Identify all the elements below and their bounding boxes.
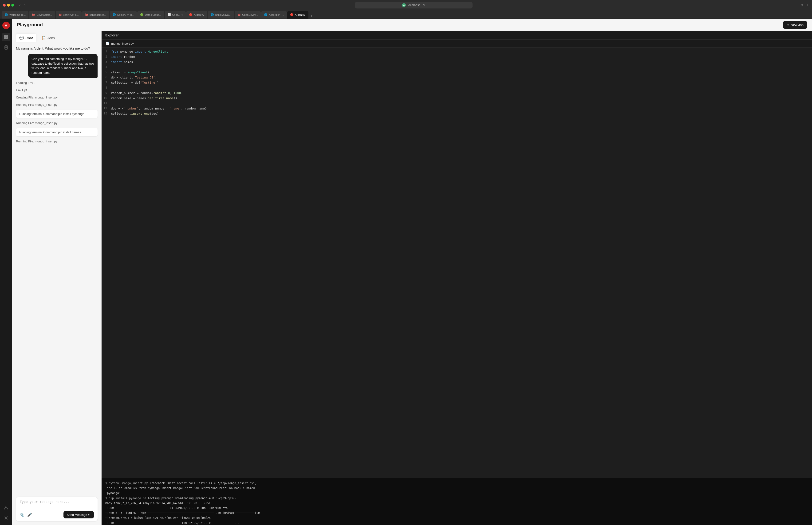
- jobs-icon: 📋: [41, 36, 46, 40]
- tab-label: ChatGPT: [172, 13, 183, 16]
- line-number: 6: [102, 75, 111, 79]
- forward-button[interactable]: ›: [23, 3, 27, 8]
- microphone-button[interactable]: 🎤: [27, 512, 32, 517]
- status-creating-file: Creating File: mongo_insert.py: [16, 95, 98, 100]
- browser-chrome: ‹ › A localhost ↻ ⬆ ＋: [0, 0, 812, 10]
- line-number: 2: [102, 55, 111, 58]
- terminal-line-1: $ python3 mongo_insert.py Traceback (mos…: [105, 481, 808, 485]
- tab-opendevin[interactable]: 🐙 OpenDevin/...: [235, 11, 261, 18]
- code-line-3: 3 import names: [102, 60, 812, 65]
- tab-label: OpenDevin/...: [242, 13, 258, 16]
- code-line-12: 12 doc = {'number': random_number, 'name…: [102, 106, 812, 111]
- traffic-lights: [3, 4, 14, 6]
- tab-accordion[interactable]: 🌐 Accordion -...: [261, 11, 287, 18]
- tab-welcome[interactable]: 🌐 Welcome To...: [2, 11, 28, 18]
- explorer-title: Explorer: [105, 33, 119, 37]
- tab-label: Welcome To...: [10, 13, 26, 16]
- line-code: [111, 101, 113, 106]
- svg-rect-0: [4, 35, 6, 37]
- body-layout: 💬 Chat 📋 Jobs My name is Ardent. What wo…: [12, 31, 812, 525]
- attach-button[interactable]: 📎: [20, 512, 25, 517]
- line-code: collection = db['Testing']: [111, 80, 159, 85]
- tab-label: Accordion -...: [269, 13, 284, 16]
- code-line-11: 11: [102, 101, 812, 106]
- sidebar-item-settings[interactable]: [2, 514, 10, 522]
- editor-panel: Explorer 📄 mongo_insert.py 1 from pymong…: [102, 31, 812, 525]
- tab-favicon-carlini: 🐙: [59, 13, 62, 16]
- terminal-line-2: line 1, in <module> from pymongo import …: [105, 486, 808, 491]
- line-number: 8: [102, 86, 111, 89]
- file-name: mongo_insert.py: [111, 42, 134, 45]
- terminal-line-6: ━[90m━━━━━━━━━━━━━━━━━━━━━━━━━━━━━━━━[0m…: [105, 506, 808, 510]
- jobs-tab-label: Jobs: [47, 36, 55, 40]
- refresh-button[interactable]: ↻: [423, 3, 425, 7]
- sidebar-item-playground[interactable]: [2, 33, 10, 41]
- code-line-5: 5 client = MongoClient(: [102, 70, 812, 75]
- terminal[interactable]: $ python3 mongo_insert.py Traceback (mos…: [102, 478, 812, 525]
- sidebar-item-documents[interactable]: [2, 43, 10, 52]
- terminal-line-8: ━[32m450.6/921.5 kB[0m [31m13.9 MB/s[0m …: [105, 516, 808, 520]
- chat-input-area: 📎 🎤 Send Message ↵: [16, 497, 98, 521]
- close-window-button[interactable]: [3, 4, 6, 6]
- tab-data[interactable]: 🟢 Data | Cloud...: [137, 11, 164, 18]
- terminal-line-9: ━[91m━━━━━━━━━━━━━━━━━━━━━━━━━━━━━━━━━━━…: [105, 521, 808, 525]
- tab-label: Ardent AI: [295, 13, 305, 16]
- tab-ardent2[interactable]: 🔴 Ardent AI: [287, 11, 308, 18]
- code-line-7: 7 collection = db['Testing']: [102, 80, 812, 86]
- code-line-2: 2 import random: [102, 55, 812, 60]
- main-content: Playground ⊕ New Job 💬 Chat 📋 Jobs: [12, 19, 812, 525]
- send-message-button[interactable]: Send Message ↵: [63, 511, 94, 519]
- tab-label: DevMasters...: [36, 13, 53, 16]
- line-number: 7: [102, 80, 111, 84]
- line-code: doc = {'number': random_number, 'name': …: [111, 106, 207, 111]
- tab-chatgpt[interactable]: ⬜ ChatGPT: [165, 11, 186, 18]
- line-number: 5: [102, 70, 111, 74]
- svg-rect-3: [6, 38, 8, 39]
- app-sidebar: A: [0, 19, 12, 525]
- app: A: [0, 19, 812, 525]
- chat-icon: 💬: [19, 36, 24, 40]
- back-button[interactable]: ‹: [18, 3, 22, 8]
- fullscreen-window-button[interactable]: [11, 4, 14, 6]
- tab-santiago[interactable]: 🐙 santiagomed...: [82, 11, 109, 18]
- tab-favicon-ardent1: 🔴: [189, 13, 192, 16]
- line-number: 12: [102, 106, 111, 110]
- tab-ardent1[interactable]: 🔴 Ardent AI: [186, 11, 207, 18]
- address-bar[interactable]: A localhost ↻: [355, 2, 473, 9]
- explorer-content[interactable]: 📄 mongo_insert.py: [102, 40, 812, 47]
- tab-label: santiagomed...: [90, 13, 106, 16]
- sidebar-item-account[interactable]: [2, 504, 10, 512]
- chat-input[interactable]: [20, 500, 94, 508]
- svg-point-9: [5, 517, 7, 519]
- minimize-window-button[interactable]: [7, 4, 10, 6]
- tab-chat[interactable]: 💬 Chat: [16, 34, 36, 42]
- code-editor[interactable]: 1 from pymongo import MongoClient 2 impo…: [102, 47, 812, 478]
- new-tab-button[interactable]: ＋: [806, 3, 809, 7]
- terminal-line-3: 'pymongo': [105, 491, 808, 495]
- new-job-button[interactable]: ⊕ New Job: [783, 21, 807, 29]
- tab-carlini[interactable]: 🐙 carlini/yet-a...: [56, 11, 82, 18]
- tab-spider[interactable]: 🌐 Spider2-V: H...: [110, 11, 137, 18]
- line-code: [111, 86, 113, 90]
- share-button[interactable]: ⬆: [800, 3, 803, 7]
- tab-naval[interactable]: 🌐 https://naval...: [208, 11, 234, 18]
- tab-label: https://naval...: [215, 13, 231, 16]
- code-line-9: 9 random_number = random.randint(0, 1000…: [102, 91, 812, 96]
- tab-devmasters[interactable]: 🐙 DevMasters...: [29, 11, 55, 18]
- terminal-line-4: $ pip install pymongo Collecting pymongo…: [105, 496, 808, 500]
- tab-jobs[interactable]: 📋 Jobs: [38, 34, 58, 42]
- file-icon: 📄: [105, 42, 109, 45]
- code-line-13: 13 collection.insert_one(doc): [102, 111, 812, 117]
- tab-label: carlini/yet-a...: [63, 13, 78, 16]
- tab-bar: 🌐 Welcome To... 🐙 DevMasters... 🐙 carlin…: [0, 10, 812, 19]
- tab-favicon-data: 🟢: [140, 13, 144, 16]
- site-favicon: A: [402, 3, 406, 7]
- line-code: [111, 65, 113, 70]
- chat-tabs: 💬 Chat 📋 Jobs: [12, 31, 101, 42]
- status-loading-env: Loading Env...: [16, 80, 98, 85]
- new-tab-plus-button[interactable]: +: [309, 14, 314, 18]
- chat-messages: My name is Ardent. What would you like m…: [12, 42, 101, 493]
- explorer-bar: Explorer: [102, 31, 812, 40]
- grid-icon: [4, 35, 8, 39]
- line-number: 4: [102, 65, 111, 69]
